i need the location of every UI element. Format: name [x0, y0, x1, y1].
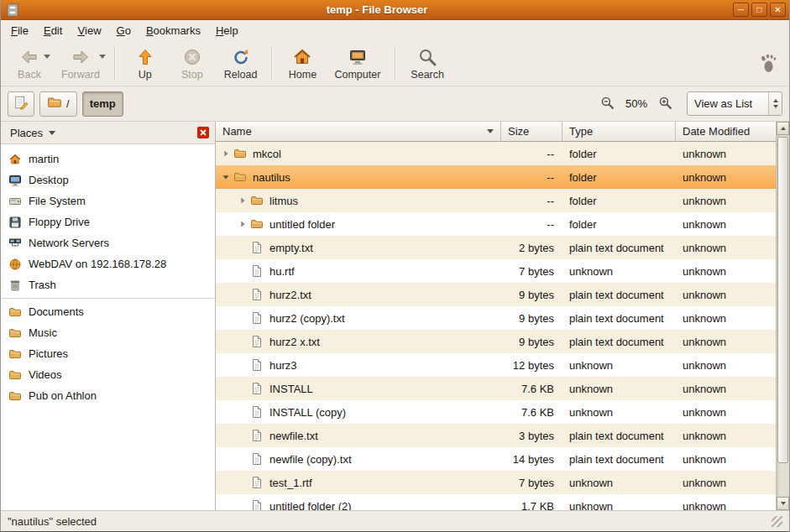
- sidebar-item-martin[interactable]: martin: [1, 149, 215, 170]
- zoom-level: 50%: [625, 97, 647, 110]
- file-icon: [250, 264, 264, 278]
- folder-icon: [233, 147, 248, 160]
- sidebar-item-pub-on-athlon[interactable]: Pub on Athlon: [1, 385, 215, 406]
- toolbar-reload-button[interactable]: Reload: [216, 44, 266, 84]
- sidebar-header: Places: [1, 122, 215, 144]
- sidebar-item-file-system[interactable]: File System: [1, 190, 215, 211]
- folder-icon: [8, 305, 22, 319]
- column-header-name[interactable]: Name: [216, 122, 501, 142]
- file-row-install[interactable]: INSTALL7.6 KBunknownunknown: [216, 377, 776, 400]
- file-row-untitled-folder[interactable]: untitled folder--folderunknown: [216, 212, 776, 236]
- folder-icon: [233, 170, 248, 184]
- menu-item-go[interactable]: Go: [109, 20, 139, 41]
- menu-item-help[interactable]: Help: [208, 20, 246, 41]
- sidebar-item-floppy-drive[interactable]: Floppy Drive: [1, 211, 215, 232]
- toolbar-up-button[interactable]: Up: [122, 44, 169, 84]
- menu-item-edit[interactable]: Edit: [36, 20, 70, 41]
- file-row-hu-rtf[interactable]: hu.rtf7 bytesunknownunknown: [216, 259, 776, 283]
- file-list: mkcol--folderunknownnautilus--folderunkn…: [216, 142, 776, 510]
- expander-spacer: [236, 383, 249, 394]
- toolbar-separator: [271, 47, 273, 81]
- expander-spacer: [236, 406, 249, 418]
- file-row-nautilus[interactable]: nautilus--folderunknown: [216, 165, 776, 189]
- sidebar-item-network-servers[interactable]: Network Servers: [1, 232, 215, 253]
- file-row-untitled-folder-2[interactable]: untitled folder (2)1.7 KBunknownunknown: [216, 494, 776, 510]
- expander-expanded-icon[interactable]: [219, 171, 232, 183]
- column-headers: NameSizeTypeDate Modified: [216, 122, 776, 142]
- expander-collapsed-icon[interactable]: [219, 148, 232, 159]
- vertical-scrollbar[interactable]: [776, 122, 789, 510]
- zoom-out-icon: [600, 96, 615, 112]
- menu-item-bookmarks[interactable]: Bookmarks: [139, 20, 208, 41]
- view-mode-select[interactable]: View as List: [687, 91, 782, 116]
- desktop-icon: [8, 174, 22, 187]
- titlebar[interactable]: temp - File Browser ─□✕: [1, 0, 789, 20]
- zoom-out-button[interactable]: [598, 94, 618, 114]
- file-icon: [250, 405, 264, 419]
- scrollbar-thumb[interactable]: [777, 137, 788, 463]
- column-header-size[interactable]: Size: [501, 122, 562, 142]
- menubar: FileEditViewGoBookmarksHelp: [1, 20, 789, 41]
- file-row-install-copy[interactable]: INSTALL (copy)7.6 KBunknownunknown: [216, 400, 776, 424]
- column-header-date-modified[interactable]: Date Modified: [676, 122, 776, 142]
- places-selector[interactable]: Places: [7, 125, 59, 141]
- expander-spacer: [236, 265, 249, 277]
- toolbar-computer-button[interactable]: Computer: [326, 44, 389, 84]
- scroll-up-button[interactable]: [777, 122, 789, 135]
- expander-spacer: [236, 336, 249, 347]
- dropdown-arrow-icon: [99, 55, 106, 59]
- column-header-type[interactable]: Type: [562, 122, 676, 142]
- floppy-icon: [8, 216, 22, 229]
- expander-collapsed-icon[interactable]: [236, 195, 249, 206]
- path-current-button[interactable]: temp: [82, 91, 123, 117]
- places-sidebar: Places martinDesktopFile SystemFloppy Dr…: [1, 122, 216, 510]
- toolbar-search-button[interactable]: Search: [402, 44, 453, 84]
- menu-item-view[interactable]: View: [70, 20, 108, 41]
- sidebar-item-music[interactable]: Music: [1, 322, 215, 343]
- sidebar-item-pictures[interactable]: Pictures: [1, 343, 215, 364]
- file-row-litmus[interactable]: litmus--folderunknown: [216, 189, 776, 212]
- toolbar-home-button[interactable]: Home: [279, 44, 326, 84]
- webdav-icon: [8, 258, 22, 271]
- path-root-button[interactable]: /: [39, 91, 77, 117]
- combo-spinner-icon[interactable]: [768, 92, 782, 115]
- view-mode-label: View as List: [688, 97, 768, 110]
- file-row-hurz3[interactable]: hurz312 bytesunknownunknown: [216, 353, 776, 377]
- sidebar-item-webdav-on-192-168-178-28[interactable]: WebDAV on 192.168.178.28: [1, 253, 215, 274]
- menu-item-file[interactable]: File: [3, 20, 36, 41]
- arrow-down-icon: [781, 502, 786, 505]
- sidebar-item-desktop[interactable]: Desktop: [1, 170, 215, 190]
- minimize-button[interactable]: ─: [733, 3, 749, 17]
- file-row-newfile-txt[interactable]: newfile.txt3 bytesplain text documentunk…: [216, 424, 776, 447]
- file-row-newfile-copy-txt[interactable]: newfile (copy).txt14 bytesplain text doc…: [216, 447, 776, 471]
- sidebar-item-videos[interactable]: Videos: [1, 364, 215, 385]
- zoom-in-button[interactable]: [655, 94, 675, 114]
- reload-icon: [231, 47, 251, 67]
- file-row-hurz2-txt[interactable]: hurz2.txt9 bytesplain text documentunkno…: [216, 283, 776, 306]
- folder-icon: [8, 326, 22, 340]
- window-title: temp - File Browser: [21, 3, 733, 16]
- expander-spacer: [236, 312, 249, 324]
- sidebar-item-documents[interactable]: Documents: [1, 301, 215, 322]
- file-row-empty-txt[interactable]: empty.txt2 bytesplain text documentunkno…: [216, 236, 776, 259]
- file-row-hurz2-x-txt[interactable]: hurz2 x.txt9 bytesplain text documentunk…: [216, 330, 776, 353]
- maximize-button[interactable]: □: [751, 3, 767, 17]
- home-icon: [8, 153, 22, 166]
- file-row-test-1-rtf[interactable]: test_1.rtf7 bytesunknownunknown: [216, 471, 776, 494]
- close-sidebar-button[interactable]: [197, 127, 209, 138]
- file-icon: [250, 476, 264, 489]
- resize-grip[interactable]: [772, 516, 782, 527]
- scroll-down-button[interactable]: [777, 497, 789, 510]
- sidebar-item-trash[interactable]: Trash: [1, 274, 215, 295]
- expander-collapsed-icon[interactable]: [236, 218, 249, 230]
- file-row-mkcol[interactable]: mkcol--folderunknown: [216, 142, 776, 165]
- window-controls: ─□✕: [733, 3, 786, 17]
- scrollbar-track[interactable]: [777, 135, 789, 497]
- toolbar-stop-button: Stop: [169, 44, 216, 84]
- stop-icon: [182, 47, 202, 67]
- file-icon: [250, 311, 264, 325]
- file-icon: [250, 429, 264, 442]
- toggle-location-entry-button[interactable]: [8, 91, 34, 117]
- close-button[interactable]: ✕: [770, 3, 786, 17]
- file-row-hurz2-copy-txt[interactable]: hurz2 (copy).txt9 bytesplain text docume…: [216, 306, 776, 330]
